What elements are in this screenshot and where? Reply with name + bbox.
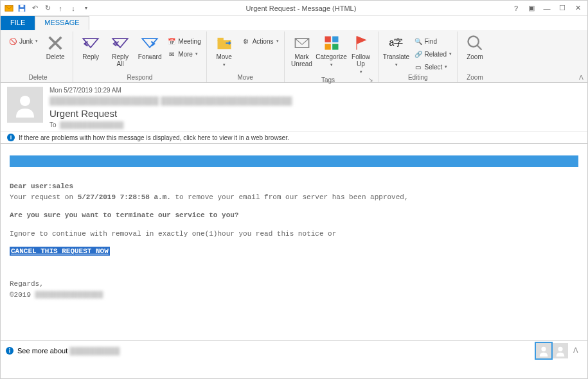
- move-button[interactable]: Move▾: [211, 33, 238, 69]
- svg-rect-10: [332, 44, 338, 49]
- group-respond: Reply Reply All Forward 📅Meeting ✉More▾ …: [73, 31, 207, 82]
- move-label: Move▾: [216, 53, 231, 68]
- related-icon: 🔗: [414, 49, 423, 58]
- window-title: Urgent Request - Message (HTML): [91, 4, 512, 12]
- svg-rect-8: [332, 37, 338, 42]
- message-body-container: Dear user:sales Your request on 5/27/201…: [1, 144, 587, 340]
- message-header: Mon 5/27/2019 10:29 AM █████████████████…: [1, 83, 587, 131]
- email-copyright: ©2019 ████████████████: [10, 290, 578, 301]
- junk-button[interactable]: 🚫 Junk▾: [7, 35, 39, 47]
- qat-customize-icon[interactable]: ▾: [82, 4, 91, 13]
- actions-label: Actions: [253, 38, 274, 45]
- message-date: Mon 5/27/2019 10:29 AM: [49, 87, 581, 94]
- svg-point-14: [558, 346, 562, 351]
- contact-avatar-1[interactable]: [536, 343, 551, 358]
- tags-dialog-launcher[interactable]: ↘: [368, 76, 375, 84]
- svg-rect-9: [325, 44, 330, 49]
- categorize-button[interactable]: Categorize▾: [318, 33, 345, 69]
- respond-group-label: Respond: [77, 74, 202, 82]
- forward-button[interactable]: Forward: [136, 33, 163, 62]
- editing-group-label: Editing: [383, 74, 453, 82]
- related-button[interactable]: 🔗Related▾: [413, 48, 453, 60]
- email-line-1: Your request on 5/27/2019 7:28:58 a.m. t…: [10, 192, 578, 203]
- junk-icon: 🚫: [8, 37, 17, 46]
- move-group-label: Move: [211, 74, 280, 82]
- people-pane-expand[interactable]: ᐱ: [569, 346, 582, 355]
- message-to: To ██████████████: [49, 121, 581, 128]
- undo-icon[interactable]: ↶: [30, 4, 39, 13]
- svg-rect-5: [217, 38, 223, 41]
- actions-button[interactable]: ⚙Actions▾: [240, 35, 280, 47]
- mark-unread-icon: [293, 34, 311, 52]
- zoom-group-label: Zoom: [461, 74, 488, 82]
- ribbon: 🚫 Junk▾ Delete Delete Reply Reply All: [1, 30, 587, 83]
- info-icon: i: [7, 134, 15, 141]
- svg-rect-7: [325, 37, 330, 42]
- related-label: Related: [425, 51, 447, 58]
- meeting-button[interactable]: 📅Meeting: [166, 35, 202, 47]
- delete-button[interactable]: Delete: [42, 33, 69, 62]
- svg-point-13: [541, 346, 546, 351]
- quick-access-toolbar: ↶ ↻ ↑ ↓ ▾: [1, 4, 91, 13]
- translate-icon: a字: [388, 34, 405, 52]
- translate-button[interactable]: a字 Translate▾: [383, 33, 410, 69]
- minimize-button[interactable]: —: [542, 4, 551, 13]
- more-button[interactable]: ✉More▾: [166, 48, 202, 60]
- previous-item-icon[interactable]: ↑: [56, 4, 65, 13]
- follow-up-icon: [352, 34, 370, 52]
- forward-label: Forward: [138, 53, 162, 60]
- reply-button[interactable]: Reply: [77, 33, 104, 62]
- delete-label: Delete: [46, 53, 65, 60]
- zoom-button[interactable]: Zoom: [461, 33, 488, 62]
- follow-up-button[interactable]: Follow Up▾: [348, 33, 375, 76]
- ribbon-collapse-button[interactable]: ᐱ: [579, 74, 584, 81]
- close-button[interactable]: ✕: [573, 4, 582, 13]
- save-icon[interactable]: [17, 4, 26, 13]
- next-item-icon[interactable]: ↓: [69, 4, 78, 13]
- people-info-icon: i: [6, 347, 13, 355]
- ribbon-tabs: FILE MESSAGE: [1, 16, 587, 30]
- help-button[interactable]: ?: [512, 4, 521, 13]
- reply-all-button[interactable]: Reply All: [107, 33, 134, 69]
- tab-message[interactable]: MESSAGE: [35, 16, 89, 30]
- info-bar[interactable]: i If there are problems with how this me…: [1, 131, 587, 144]
- redo-icon[interactable]: ↻: [43, 4, 52, 13]
- find-button[interactable]: 🔍Find: [413, 35, 453, 47]
- info-bar-text: If there are problems with how this mess…: [19, 134, 289, 141]
- email-line-3: Ignore to continue with removal in exact…: [10, 229, 578, 240]
- people-pane: i See more about ██████████ ᐱ: [1, 340, 587, 360]
- see-more-text[interactable]: See more about ██████████: [17, 347, 120, 355]
- forward-icon: [141, 34, 159, 52]
- more-label: More: [178, 51, 193, 58]
- message-body-scroll[interactable]: Dear user:sales Your request on 5/27/201…: [1, 144, 587, 340]
- svg-point-12: [20, 96, 30, 106]
- group-tags: Mark Unread Categorize▾ Follow Up▾ Tags↘: [285, 31, 379, 82]
- cancel-request-link[interactable]: CANCEL THIS REQUEST NOW: [10, 247, 110, 256]
- group-zoom: Zoom Zoom: [458, 31, 492, 82]
- meeting-icon: 📅: [167, 37, 176, 46]
- more-icon: ✉: [167, 49, 176, 58]
- maximize-button[interactable]: ☐: [558, 4, 567, 13]
- group-move: Move▾ ⚙Actions▾ Move: [207, 31, 285, 82]
- email-greeting: Dear user:sales: [10, 181, 578, 192]
- categorize-label: Categorize▾: [316, 53, 346, 68]
- reply-icon: [82, 34, 100, 52]
- message-subject: Urgent Request: [49, 108, 581, 119]
- tab-file[interactable]: FILE: [1, 16, 35, 30]
- select-label: Select: [425, 64, 443, 71]
- select-button[interactable]: ▭Select▾: [413, 61, 453, 73]
- zoom-icon: [466, 34, 484, 52]
- actions-icon: ⚙: [242, 37, 251, 46]
- ribbon-display-button[interactable]: ▣: [527, 4, 536, 13]
- reply-all-icon: [111, 34, 129, 52]
- reply-label: Reply: [82, 53, 99, 60]
- svg-rect-2: [20, 4, 23, 7]
- find-label: Find: [425, 38, 437, 45]
- move-icon: [215, 34, 233, 52]
- email-body: Dear user:sales Your request on 5/27/201…: [10, 155, 578, 300]
- email-blue-bar: [10, 155, 578, 167]
- outlook-icon: [4, 4, 13, 13]
- mark-unread-button[interactable]: Mark Unread: [289, 33, 316, 69]
- contact-avatar-2[interactable]: [553, 343, 568, 358]
- group-delete: 🚫 Junk▾ Delete Delete: [3, 31, 73, 82]
